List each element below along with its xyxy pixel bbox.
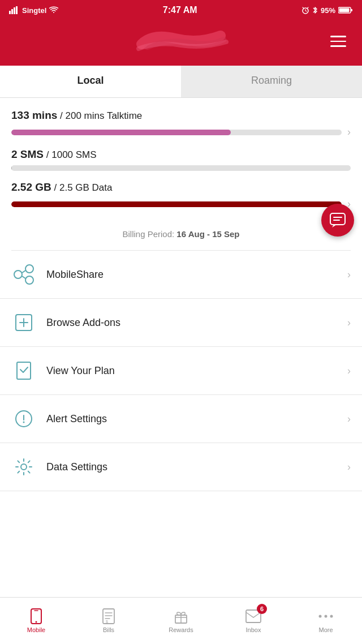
- mobile-nav-icon: [28, 608, 44, 624]
- svg-point-38: [330, 615, 333, 618]
- svg-point-8: [14, 271, 22, 278]
- nav-item-more[interactable]: More: [290, 598, 362, 644]
- svg-line-12: [22, 276, 25, 278]
- data-progress-fill: [11, 201, 342, 207]
- svg-point-19: [23, 422, 25, 423]
- talktime-usage-item: 133 mins / 200 mins Talktime ›: [11, 109, 351, 138]
- status-right: 95%: [301, 6, 353, 15]
- inbox-nav-icon: 6: [245, 608, 261, 624]
- battery-icon: [338, 6, 353, 14]
- menu-item-data-settings[interactable]: Data Settings ›: [0, 443, 362, 491]
- alert-icon: [11, 406, 36, 431]
- carrier-label: Singtel: [22, 6, 46, 15]
- wifi-icon: [49, 6, 58, 14]
- tab-local[interactable]: Local: [0, 66, 181, 97]
- more-nav-label: More: [318, 626, 333, 633]
- svg-text:$: $: [106, 620, 108, 624]
- bluetooth-icon: [312, 6, 318, 14]
- svg-point-37: [325, 615, 327, 618]
- alert-label: Alert Settings: [46, 413, 337, 425]
- hamburger-line-2: [330, 41, 346, 42]
- talktime-progress-bg: [11, 130, 342, 135]
- plan-label: View Your Plan: [46, 365, 337, 377]
- settings-icon: [11, 454, 36, 479]
- svg-point-10: [25, 276, 33, 284]
- battery-percent: 95%: [321, 6, 335, 15]
- inbox-nav-label: Inbox: [246, 626, 261, 633]
- data-settings-chevron: ›: [347, 461, 351, 473]
- sms-bar-row: [11, 165, 351, 171]
- rewards-nav-label: Rewards: [169, 626, 193, 633]
- svg-rect-21: [330, 213, 345, 225]
- billing-period: Billing Period: 16 Aug - 15 Sep: [0, 226, 362, 250]
- chat-icon: [329, 212, 346, 229]
- sms-progress-bg: [11, 165, 351, 171]
- svg-rect-0: [9, 11, 11, 14]
- menu-item-alert-settings[interactable]: Alert Settings ›: [0, 395, 362, 443]
- tab-roaming[interactable]: Roaming: [181, 66, 362, 97]
- talktime-chevron[interactable]: ›: [347, 126, 351, 138]
- nav-item-rewards[interactable]: Rewards: [145, 598, 217, 644]
- sms-label: 2 SMS / 1000 SMS: [11, 148, 351, 161]
- menu-item-view-plan[interactable]: View Your Plan ›: [0, 347, 362, 395]
- hamburger-line-3: [330, 45, 346, 47]
- svg-rect-7: [339, 8, 349, 12]
- talktime-label: 133 mins / 200 mins Talktime: [11, 109, 351, 122]
- signal-icon: [9, 6, 19, 14]
- mobileshare-icon: [11, 262, 36, 287]
- mobile-nav-label: Mobile: [27, 626, 45, 633]
- status-time: 7:47 AM: [163, 5, 197, 15]
- nav-item-inbox[interactable]: 6 Inbox: [217, 598, 290, 644]
- svg-point-20: [21, 464, 27, 470]
- addons-label: Browse Add-ons: [46, 317, 337, 329]
- svg-point-25: [36, 621, 37, 623]
- addons-chevron: ›: [347, 317, 351, 329]
- data-progress-bg: [11, 201, 342, 207]
- header-logo: [32, 27, 330, 55]
- data-usage-item: 2.52 GB / 2.5 GB Data ›: [11, 181, 351, 210]
- inbox-badge: 6: [257, 604, 267, 614]
- alert-chevron: ›: [347, 413, 351, 425]
- bills-nav-icon: $: [101, 608, 117, 624]
- data-settings-label: Data Settings: [46, 461, 337, 473]
- tabs-container: Local Roaming: [0, 66, 362, 98]
- chat-fab-button[interactable]: [321, 204, 354, 237]
- svg-rect-1: [11, 9, 13, 14]
- hamburger-button[interactable]: [330, 31, 351, 51]
- mobileshare-label: MobileShare: [46, 269, 337, 281]
- header: [0, 20, 362, 66]
- more-nav-icon: [318, 608, 334, 624]
- plan-chevron: ›: [347, 365, 351, 377]
- bills-nav-label: Bills: [103, 626, 114, 633]
- talktime-bar-row: ›: [11, 126, 351, 138]
- svg-rect-6: [351, 9, 352, 11]
- svg-rect-27: [103, 609, 114, 624]
- sms-progress-fill: [11, 165, 12, 171]
- rewards-nav-icon: [173, 608, 189, 624]
- svg-rect-3: [16, 6, 18, 14]
- svg-line-11: [22, 271, 25, 273]
- singtel-logo: [130, 27, 232, 55]
- data-bar-row: ›: [11, 198, 351, 210]
- status-bar: Singtel 7:47 AM 95%: [0, 0, 362, 20]
- menu-item-browse-addons[interactable]: Browse Add-ons ›: [0, 299, 362, 347]
- nav-item-bills[interactable]: $ Bills: [72, 598, 145, 644]
- menu-list: MobileShare › Browse Add-ons › View Your…: [0, 251, 362, 491]
- hamburger-line-1: [330, 36, 346, 37]
- mobileshare-chevron: ›: [347, 269, 351, 281]
- bottom-nav: Mobile $ Bills Rewards: [0, 597, 362, 644]
- talktime-progress-fill: [11, 130, 231, 135]
- sms-usage-item: 2 SMS / 1000 SMS: [11, 148, 351, 171]
- svg-rect-16: [17, 362, 31, 379]
- usage-section: 133 mins / 200 mins Talktime › 2 SMS / 1…: [0, 98, 362, 226]
- status-left: Singtel: [9, 6, 58, 15]
- svg-rect-2: [14, 7, 15, 14]
- addons-icon: [11, 310, 36, 335]
- svg-point-36: [319, 615, 322, 618]
- menu-item-mobileshare[interactable]: MobileShare ›: [0, 251, 362, 299]
- alarm-icon: [301, 6, 309, 14]
- nav-item-mobile[interactable]: Mobile: [0, 598, 72, 644]
- svg-point-9: [25, 265, 33, 273]
- plan-icon: [11, 358, 36, 383]
- data-label: 2.52 GB / 2.5 GB Data: [11, 181, 351, 194]
